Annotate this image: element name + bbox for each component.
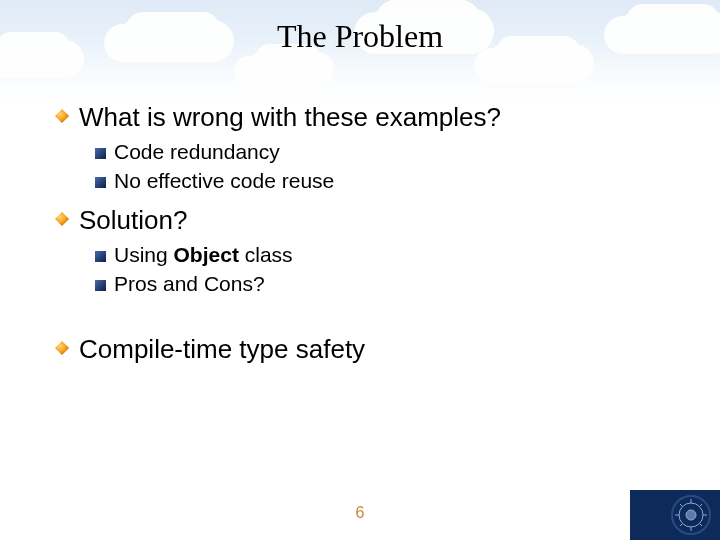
bullet-level1: Compile-time type safety bbox=[55, 333, 680, 366]
diamond-bullet-icon bbox=[55, 212, 69, 226]
bullet-text: Code redundancy bbox=[114, 138, 280, 165]
cloud-decoration bbox=[250, 52, 310, 74]
bullet-text: Solution? bbox=[79, 204, 187, 237]
bullet-text: Using Object class bbox=[114, 241, 293, 268]
square-bullet-icon bbox=[95, 248, 106, 259]
svg-rect-5 bbox=[95, 280, 106, 291]
svg-rect-2 bbox=[95, 177, 106, 188]
square-bullet-icon bbox=[95, 277, 106, 288]
bullet-level2: Code redundancy bbox=[95, 138, 680, 165]
svg-rect-1 bbox=[95, 148, 106, 159]
diamond-bullet-icon bbox=[55, 109, 69, 123]
bullet-level1: What is wrong with these examples? bbox=[55, 101, 680, 134]
square-bullet-icon bbox=[95, 145, 106, 156]
bullet-text: No effective code reuse bbox=[114, 167, 334, 194]
bullet-text: Pros and Cons? bbox=[114, 270, 265, 297]
bullet-level1: Solution? bbox=[55, 204, 680, 237]
bullet-text: What is wrong with these examples? bbox=[79, 101, 501, 134]
svg-rect-4 bbox=[95, 251, 106, 262]
svg-marker-6 bbox=[55, 341, 69, 355]
svg-point-17 bbox=[686, 510, 696, 520]
svg-marker-3 bbox=[55, 212, 69, 226]
bullet-level2: Using Object class bbox=[95, 241, 680, 268]
slide-body: What is wrong with these examples? bbox=[55, 95, 680, 370]
logo-seal-icon bbox=[670, 494, 712, 536]
square-bullet-icon bbox=[95, 174, 106, 185]
slide-title: The Problem bbox=[0, 18, 720, 55]
bullet-text: Compile-time type safety bbox=[79, 333, 365, 366]
diamond-bullet-icon bbox=[55, 341, 69, 355]
page-number: 6 bbox=[0, 504, 720, 522]
bullet-level2: No effective code reuse bbox=[95, 167, 680, 194]
svg-marker-0 bbox=[55, 109, 69, 123]
bullet-level2: Pros and Cons? bbox=[95, 270, 680, 297]
